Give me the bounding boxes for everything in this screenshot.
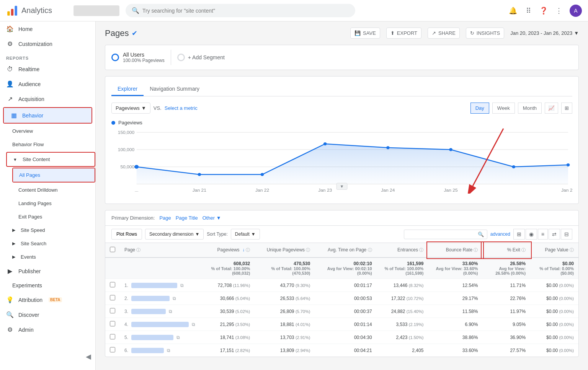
- col-header-pageviews[interactable]: Pageviews ↓ ⓘ: [200, 243, 255, 258]
- sort-type-dropdown[interactable]: Default ▼: [231, 229, 260, 240]
- copy-icon[interactable]: ⧉: [176, 335, 180, 340]
- metric-dropdown[interactable]: Pageviews ▼: [111, 103, 150, 114]
- month-button[interactable]: Month: [518, 103, 542, 114]
- sidebar-collapse-area: ◀: [84, 351, 93, 362]
- search-box[interactable]: 🔍: [126, 4, 355, 17]
- select-metric-link[interactable]: Select a metric: [165, 105, 198, 111]
- svg-point-13: [261, 173, 264, 176]
- comparison-view-button[interactable]: ⇄: [549, 229, 560, 240]
- chart-scroll-indicator[interactable]: ▼: [336, 183, 348, 190]
- totals-bounce-rate: 33.60% Avg for View: 33.60% (0.00%): [428, 258, 482, 279]
- row-3-checkbox[interactable]: [110, 308, 115, 313]
- performance-view-button[interactable]: ≡: [538, 229, 548, 240]
- row-6-entrances: 2,405: [377, 344, 428, 357]
- sidebar-item-realtime[interactable]: ⏱ Realtime: [0, 62, 95, 77]
- sidebar-item-overview[interactable]: Overview: [6, 124, 95, 138]
- row-2-checkbox[interactable]: [110, 295, 115, 300]
- sidebar-item-attribution[interactable]: 💡 Attribution BETA: [0, 292, 95, 307]
- sidebar-item-publisher[interactable]: ▶ Publisher: [0, 264, 95, 279]
- plot-rows-button[interactable]: Plot Rows: [111, 229, 142, 240]
- sidebar-item-site-speed[interactable]: ▶ Site Speed: [6, 223, 95, 237]
- col-header-unique-pageviews[interactable]: Unique Pageviews ⓘ: [255, 243, 315, 258]
- topbar: Analytics 🔍 🔔 ⠿ ❓ ⋮ A: [0, 0, 588, 21]
- secondary-dimension-dropdown[interactable]: Secondary dimension ▼: [145, 229, 204, 240]
- user-avatar[interactable]: A: [570, 5, 582, 17]
- tab-explorer[interactable]: Explorer: [111, 83, 144, 96]
- sidebar-item-all-pages[interactable]: All Pages: [13, 168, 95, 182]
- row-1-avgtime: 00:01:17: [315, 279, 376, 292]
- advanced-link[interactable]: advanced: [490, 231, 510, 237]
- sidebar-item-home[interactable]: 🏠 Home: [0, 21, 95, 36]
- table-search-input[interactable]: [407, 231, 476, 237]
- segment-circle-empty: [177, 54, 185, 61]
- table-section: Primary Dimension: Page Page Title Other…: [105, 210, 579, 357]
- insights-button[interactable]: ↻ INSIGHTS: [466, 28, 504, 39]
- search-input[interactable]: [142, 8, 349, 14]
- dim-page-title-link[interactable]: Page Title: [176, 215, 198, 221]
- collapse-sidebar-button[interactable]: ◀: [84, 351, 93, 362]
- sidebar-item-landing-pages[interactable]: Landing Pages: [12, 197, 95, 210]
- copy-icon[interactable]: ⧉: [167, 348, 170, 353]
- verified-icon: ✔: [132, 29, 137, 37]
- page-url-blur: [131, 348, 164, 353]
- row-5-checkbox[interactable]: [110, 334, 115, 339]
- bar-chart-button[interactable]: ⊞: [561, 103, 572, 114]
- add-segment-button[interactable]: + Add Segment: [177, 54, 225, 61]
- sidebar-item-discover[interactable]: 🔍 Discover: [0, 307, 95, 322]
- sidebar-item-experiments[interactable]: Experiments: [0, 279, 95, 292]
- tab-navigation-summary[interactable]: Navigation Summary: [144, 83, 206, 96]
- sidebar-item-behavior-flow[interactable]: Behavior Flow: [6, 138, 95, 151]
- help-icon[interactable]: ❓: [539, 6, 548, 15]
- copy-icon[interactable]: ⧉: [169, 309, 172, 314]
- account-selector[interactable]: [74, 5, 119, 16]
- dim-page-link[interactable]: Page: [159, 215, 171, 221]
- row-1-bounce-rate: 12.54%: [428, 279, 482, 292]
- share-button[interactable]: ↗ SHARE: [428, 28, 460, 39]
- table-search-icon[interactable]: 🔍: [478, 231, 484, 237]
- table-view-button[interactable]: ⊞: [513, 229, 525, 240]
- sidebar-item-behavior[interactable]: ▦ Behavior: [4, 108, 91, 123]
- sidebar-item-events[interactable]: ▶ Events: [6, 250, 95, 264]
- row-6-checkbox[interactable]: [110, 347, 115, 352]
- sidebar-item-customization[interactable]: ⚙ Customization: [0, 36, 95, 51]
- pie-view-button[interactable]: ◉: [526, 229, 537, 240]
- copy-icon[interactable]: ⧉: [180, 283, 184, 288]
- line-chart-button[interactable]: 📈: [545, 103, 558, 114]
- copy-icon[interactable]: ⧉: [173, 296, 176, 301]
- notifications-icon[interactable]: 🔔: [508, 6, 518, 15]
- audience-icon: 👤: [6, 80, 14, 88]
- col-header-page[interactable]: Page ⓘ: [120, 243, 200, 258]
- sidebar-item-admin[interactable]: ⚙ Admin: [0, 322, 95, 337]
- dim-other-link[interactable]: Other ▼: [203, 215, 221, 221]
- segment-bar: All Users 100.00% Pageviews + Add Segmen…: [105, 45, 579, 70]
- col-header-bounce-rate[interactable]: Bounce Rate ⓘ: [428, 243, 482, 258]
- week-button[interactable]: Week: [492, 103, 515, 114]
- select-all-checkbox[interactable]: [110, 247, 115, 252]
- sidebar-item-audience[interactable]: 👤 Audience: [0, 77, 95, 91]
- save-button[interactable]: 💾 SAVE: [350, 28, 380, 39]
- copy-icon[interactable]: ⧉: [192, 322, 195, 327]
- legend-dot-pageviews: [111, 121, 115, 125]
- sidebar-item-exit-pages[interactable]: Exit Pages: [12, 210, 95, 223]
- sidebar-item-site-content[interactable]: ▼ Site Content: [7, 153, 95, 166]
- export-button[interactable]: ⬆ EXPORT: [386, 28, 421, 39]
- day-button[interactable]: Day: [470, 103, 489, 114]
- more-options-icon[interactable]: ⋮: [554, 6, 564, 15]
- col-header-entrances[interactable]: Entrances ⓘ: [377, 243, 428, 258]
- save-icon: 💾: [354, 30, 361, 36]
- row-6-page-value: $0.00 (0.00%): [530, 344, 578, 357]
- row-4-checkbox[interactable]: [110, 321, 115, 326]
- date-range-selector[interactable]: Jan 20, 2023 - Jan 26, 2023 ▼: [510, 30, 579, 36]
- row-2-page-value: $0.00 (0.00%): [530, 292, 578, 305]
- col-header-page-value[interactable]: Page Value ⓘ: [530, 243, 578, 258]
- row-1-checkbox[interactable]: [110, 282, 115, 287]
- col-header-avg-time[interactable]: Avg. Time on Page ⓘ: [315, 243, 376, 258]
- col-header-pct-exit[interactable]: % Exit ⓘ: [482, 243, 530, 258]
- sidebar-item-acquisition[interactable]: ↗ Acquisition: [0, 91, 95, 106]
- apps-grid-icon[interactable]: ⠿: [524, 6, 533, 15]
- attribution-beta-badge: BETA: [49, 297, 62, 302]
- all-pages-highlight: All Pages: [12, 168, 95, 183]
- pivot-view-button[interactable]: ⊟: [561, 229, 572, 240]
- sidebar-item-site-search[interactable]: ▶ Site Search: [6, 237, 95, 250]
- sidebar-item-content-drilldown[interactable]: Content Drilldown: [12, 183, 95, 197]
